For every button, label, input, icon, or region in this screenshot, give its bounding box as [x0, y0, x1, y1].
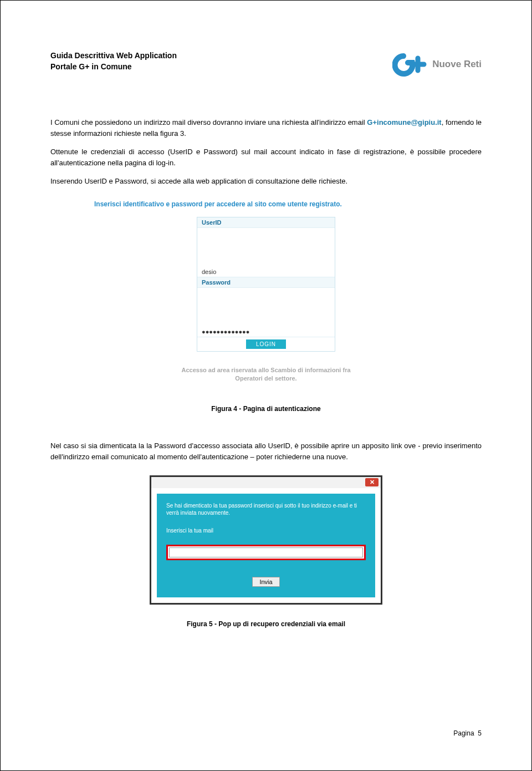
popup-body: Se hai dimenticato la tua password inser…	[157, 494, 375, 597]
page-number: 5	[478, 729, 482, 737]
submit-button-wrap: Invia	[166, 577, 366, 587]
email-link: G+incomune@gipiu.it	[367, 118, 441, 126]
header-title-line1: Guida Descrittiva Web Application	[50, 50, 177, 62]
paragraph-3: Inserendo UserID e Password, si accede a…	[50, 176, 482, 187]
header-title-line2: Portale G+ in Comune	[50, 62, 177, 73]
header-title: Guida Descrittiva Web Application Portal…	[50, 50, 177, 72]
login-footer-line1: Accesso ad area riservata allo Scambio d…	[94, 366, 438, 374]
para1-pre: I Comuni che possiedono un indirizzo mai…	[50, 118, 367, 126]
userid-label: UserID	[197, 217, 335, 228]
page-header: Guida Descrittiva Web Application Portal…	[50, 50, 482, 78]
login-screenshot: Inserisci identificativo e password per …	[94, 200, 438, 383]
login-screenshot-heading: Inserisci identificativo e password per …	[94, 200, 438, 208]
login-button-wrap: LOGIN	[197, 337, 335, 351]
login-footer-line2: Operatori del settore.	[94, 374, 438, 383]
submit-button[interactable]: Invia	[252, 577, 279, 587]
email-input-label: Inserisci la tua mail	[166, 527, 366, 534]
login-button[interactable]: LOGIN	[246, 339, 286, 349]
figure-4-caption: Figura 4 - Pagina di autenticazione	[50, 405, 482, 413]
logo-text: Nuove Reti	[432, 59, 482, 70]
logo-icon	[392, 50, 431, 78]
paragraph-2: Ottenute le credenziali di accesso (User…	[50, 146, 482, 168]
paragraph-1: I Comuni che possiedono un indirizzo mai…	[50, 117, 482, 139]
password-input[interactable]: ●●●●●●●●●●●●●	[197, 327, 335, 337]
recovery-popup-screenshot: ✕ Se hai dimenticato la tua password ins…	[150, 475, 382, 605]
document-page: Guida Descrittiva Web Application Portal…	[0, 0, 532, 771]
page-label: Pagina	[453, 729, 474, 737]
logo: Nuove Reti	[392, 50, 482, 78]
userid-input[interactable]: desio	[197, 267, 335, 277]
close-icon[interactable]: ✕	[365, 478, 378, 486]
login-form: UserID desio Password ●●●●●●●●●●●●● LOGI…	[197, 217, 335, 352]
figure-5-caption: Figura 5 - Pop up di recupero credenzial…	[50, 620, 482, 628]
popup-titlebar: ✕	[151, 477, 381, 488]
email-input-highlight	[166, 545, 366, 560]
password-label: Password	[197, 277, 335, 288]
email-input[interactable]	[169, 547, 363, 557]
login-screenshot-footer: Accesso ad area riservata allo Scambio d…	[94, 366, 438, 383]
popup-message: Se hai dimenticato la tua password inser…	[166, 502, 366, 516]
paragraph-4: Nel caso si sia dimenticata la la Passwo…	[50, 440, 482, 462]
page-footer: Pagina 5	[453, 729, 482, 737]
